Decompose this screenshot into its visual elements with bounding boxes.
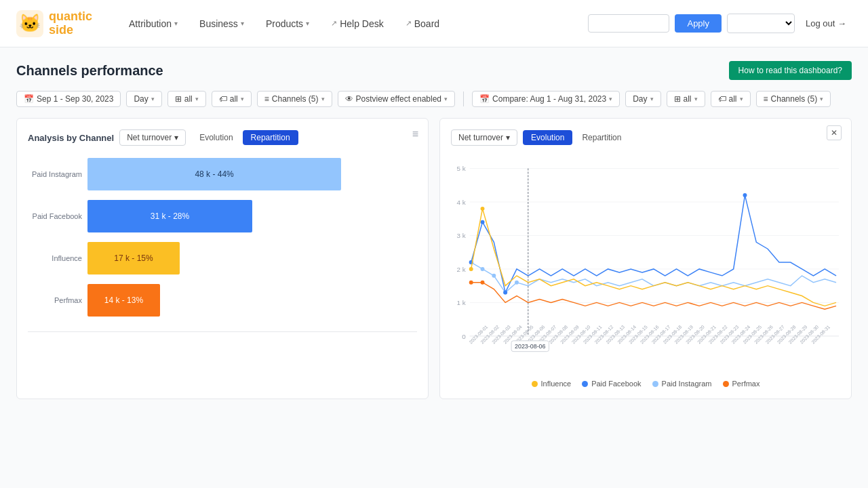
nav-helpdesk[interactable]: ↗ Help Desk: [321, 14, 393, 33]
svg-text:2 k: 2 k: [457, 266, 466, 273]
filter3-icon: ≡: [764, 94, 768, 104]
external-icon: ↗: [331, 19, 337, 28]
close-button[interactable]: ✕: [827, 125, 842, 140]
tag-filter1[interactable]: 🏷 all ▾: [212, 91, 252, 107]
nav-board[interactable]: ↗ Board: [396, 14, 449, 33]
chevron-icon: ▾: [174, 133, 178, 142]
line-chart-container: 5 k 4 k 3 k 2 k 1 k 0: [451, 155, 840, 374]
bar-track: 17 k - 15%: [87, 242, 417, 274]
chart-legend: InfluencePaid FacebookPaid InstagramPerf…: [451, 380, 840, 388]
bar-label: Paid Instagram: [28, 170, 82, 178]
bar-track: 48 k - 44%: [87, 158, 417, 190]
panel-menu-icon[interactable]: ≡: [412, 128, 418, 140]
chevron-icon: ▾: [195, 96, 199, 102]
left-panel: Analysis by Channel Net turnover ▾ Evolu…: [16, 118, 429, 399]
bar-fill: 17 k - 15%: [87, 242, 180, 274]
line-chart: 5 k 4 k 3 k 2 k 1 k 0: [451, 155, 840, 372]
svg-point-16: [492, 274, 496, 278]
filter2-icon: ≡: [264, 94, 269, 104]
nav-links: Attribution ▾ Business ▾ Products ▾ ↗ He…: [119, 14, 588, 33]
logo-icon: 🐱: [16, 10, 43, 37]
bar-chart: Paid Instagram48 k - 44%Paid Facebook31 …: [28, 155, 417, 329]
legend-item: Paid Instagram: [652, 380, 712, 388]
logo-text: quantic side: [49, 10, 92, 37]
nav-business[interactable]: Business ▾: [190, 14, 254, 33]
tab-repartition-left[interactable]: Repartition: [243, 130, 298, 145]
svg-point-23: [469, 267, 473, 271]
chart-baseline: [28, 331, 417, 332]
postview-filter[interactable]: 👁 Postview effect enabled ▾: [338, 91, 456, 107]
svg-text:2023-08-06: 2023-08-06: [515, 343, 546, 350]
bar-track: 14 k - 13%: [87, 284, 417, 317]
bar-label: Influence: [28, 254, 82, 262]
legend-label: Influence: [541, 380, 572, 388]
right-panel-header: Net turnover ▾ Evolution Repartition: [451, 129, 840, 146]
filter-bar: 📅 Sep 1 - Sep 30, 2023 Day ▾ ⊞ all ▾ 🏷 a…: [16, 91, 852, 107]
legend-dot: [582, 381, 588, 387]
external-icon: ↗: [406, 19, 412, 28]
svg-point-22: [743, 193, 747, 197]
left-metric-dropdown[interactable]: Net turnover ▾: [119, 129, 186, 146]
svg-text:0: 0: [462, 333, 466, 340]
filter-separator: [463, 92, 464, 106]
chevron-icon: ▾: [151, 96, 155, 102]
channels-filter1[interactable]: ≡ Channels (5) ▾: [257, 91, 332, 107]
chevron-icon: ▾: [444, 96, 448, 102]
svg-point-25: [469, 281, 473, 285]
svg-point-24: [481, 207, 485, 211]
right-metric-dropdown[interactable]: Net turnover ▾: [451, 129, 517, 146]
svg-text:3 k: 3 k: [457, 232, 466, 239]
channels-filter2[interactable]: ≡ Channels (5) ▾: [756, 91, 831, 107]
bar-label: Paid Facebook: [28, 212, 82, 220]
legend-label: Paid Instagram: [662, 380, 712, 388]
chevron-icon: ▾: [241, 20, 244, 27]
logout-button[interactable]: Log out →: [800, 14, 852, 33]
granularity-filter2[interactable]: Day ▾: [625, 91, 660, 107]
svg-point-20: [481, 220, 485, 224]
bar-label: Perfmax: [28, 296, 82, 304]
navbar: 🐱 quantic side Attribution ▾ Business ▾ …: [0, 0, 868, 47]
search-input[interactable]: [588, 14, 669, 33]
right-panel: Net turnover ▾ Evolution Repartition ✕ 5…: [439, 118, 852, 399]
eye-icon: 👁: [345, 94, 353, 104]
calendar-icon: 📅: [24, 94, 34, 104]
chevron-icon: ▾: [820, 96, 823, 102]
metric-filter2[interactable]: ⊞ all ▾: [667, 91, 705, 107]
tab-evolution-right[interactable]: Evolution: [523, 130, 572, 145]
bar-fill: 14 k - 13%: [87, 284, 160, 317]
tab-evolution-left[interactable]: Evolution: [191, 130, 241, 145]
left-tab-group: Evolution Repartition: [191, 130, 298, 145]
main-grid: Analysis by Channel Net turnover ▾ Evolu…: [16, 118, 852, 399]
logo[interactable]: 🐱 quantic side: [16, 10, 92, 37]
bar-row: Paid Instagram48 k - 44%: [28, 158, 417, 190]
svg-point-21: [503, 291, 507, 295]
nav-attribution[interactable]: Attribution ▾: [119, 14, 187, 33]
nav-right: Apply Log out →: [588, 14, 852, 33]
chevron-icon: ▾: [506, 133, 510, 142]
filter-icon: ⊞: [175, 94, 182, 104]
tag-icon: 🏷: [219, 94, 227, 104]
legend-dot: [652, 381, 658, 387]
tab-repartition-right[interactable]: Repartition: [574, 130, 629, 145]
apply-button[interactable]: Apply: [675, 14, 722, 33]
metric-filter1[interactable]: ⊞ all ▾: [167, 91, 206, 107]
svg-text:🐱: 🐱: [19, 12, 41, 34]
language-select[interactable]: [727, 14, 795, 33]
compare-filter[interactable]: 📅 Compare: Aug 1 - Aug 31, 2023 ▾: [472, 91, 620, 107]
svg-text:1 k: 1 k: [457, 299, 466, 306]
left-panel-header: Analysis by Channel Net turnover ▾ Evolu…: [28, 129, 417, 146]
legend-item: Influence: [532, 380, 572, 388]
date-filter[interactable]: 📅 Sep 1 - Sep 30, 2023: [16, 91, 121, 107]
legend-label: Perfmax: [732, 380, 760, 388]
compare-icon: 📅: [479, 94, 490, 104]
chevron-icon: ▾: [241, 96, 244, 102]
bar-track: 31 k - 28%: [87, 200, 417, 232]
left-panel-title: Analysis by Channel: [28, 133, 114, 143]
nav-products[interactable]: Products ▾: [256, 14, 319, 33]
svg-text:4 k: 4 k: [457, 199, 466, 206]
bar-row: Perfmax14 k - 13%: [28, 284, 417, 317]
how-to-button[interactable]: How to read this dashboard?: [729, 61, 852, 80]
chevron-icon: ▾: [650, 96, 654, 102]
tag-filter2[interactable]: 🏷 all ▾: [711, 91, 751, 107]
granularity-filter[interactable]: Day ▾: [126, 91, 161, 107]
